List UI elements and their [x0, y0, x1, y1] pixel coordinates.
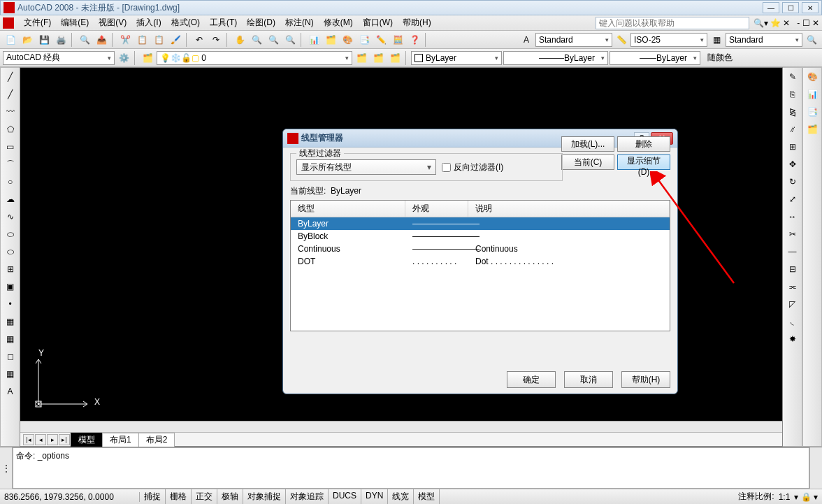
col-preview[interactable]: 外观: [405, 201, 468, 217]
ssm-shortcut-icon[interactable]: 📑: [805, 104, 820, 120]
zoom-rt-icon[interactable]: 🔍: [249, 32, 264, 48]
pline-icon[interactable]: 〰: [3, 104, 18, 120]
dimstyle-combo[interactable]: ISO-25: [630, 33, 707, 47]
anno-value[interactable]: 1:1: [779, 492, 791, 502]
layer-state-icon[interactable]: 🗂️: [370, 50, 386, 66]
polygon-icon[interactable]: ⬠: [3, 122, 18, 137]
new-icon[interactable]: 📄: [3, 32, 18, 48]
layer-manager-icon[interactable]: 🗂️: [140, 50, 155, 66]
list-row[interactable]: ByBlock ————————: [291, 230, 670, 243]
zoom-prev-icon[interactable]: 🔍: [282, 32, 298, 48]
redo-icon[interactable]: ↷: [208, 32, 224, 48]
ortho-toggle[interactable]: 正交: [192, 489, 217, 504]
help-icon[interactable]: ❓: [407, 32, 422, 48]
chamfer-icon[interactable]: ◸: [785, 296, 800, 312]
cmd-handle-icon[interactable]: ⋮: [0, 447, 13, 489]
ellipsearc-icon[interactable]: ⬭: [3, 244, 18, 259]
markup-icon[interactable]: ✏️: [373, 32, 389, 48]
textstyle-icon[interactable]: A: [519, 32, 534, 48]
ltype-combo[interactable]: ——— ByLayer: [503, 51, 608, 65]
cut-icon[interactable]: ✂️: [117, 32, 133, 48]
revcloud-icon[interactable]: ☁: [3, 192, 18, 207]
invert-filter-checkbox[interactable]: 反向过滤器(I): [442, 161, 503, 173]
dc-shortcut-icon[interactable]: 🗂️: [805, 122, 820, 137]
stretch-icon[interactable]: ↔: [785, 209, 800, 224]
spline-icon[interactable]: ∿: [3, 209, 18, 224]
undo-icon[interactable]: ↶: [192, 32, 207, 48]
current-button[interactable]: 当前(C): [561, 154, 614, 170]
status-coords[interactable]: 836.2566, 1979.3256, 0.0000: [0, 492, 140, 502]
menu-edit[interactable]: 编辑(E): [57, 15, 93, 30]
matchprop-icon[interactable]: 🖌️: [168, 32, 183, 48]
menu-window[interactable]: 窗口(W): [359, 15, 397, 30]
trim-icon[interactable]: ✂: [785, 226, 800, 242]
delete-button[interactable]: 删除: [617, 136, 670, 152]
erase-icon[interactable]: ✎: [785, 69, 800, 85]
insert-icon[interactable]: ⊞: [3, 261, 18, 277]
extend-icon[interactable]: —: [785, 244, 800, 259]
lw-combo[interactable]: —— ByLayer: [610, 51, 700, 65]
menu-help[interactable]: 帮助(H): [398, 15, 435, 30]
menu-tools[interactable]: 工具(T): [206, 15, 241, 30]
layer-iso-icon[interactable]: 🗂️: [387, 50, 403, 66]
tp-icon[interactable]: 🎨: [340, 32, 355, 48]
copy-obj-icon[interactable]: ⎘: [785, 87, 800, 102]
table-icon[interactable]: ▦: [3, 366, 18, 382]
menu-insert[interactable]: 插入(I): [132, 15, 165, 30]
lwt-toggle[interactable]: 线宽: [388, 489, 414, 504]
join-icon[interactable]: ⫘: [785, 279, 800, 294]
load-button[interactable]: 加载(L)...: [561, 136, 614, 152]
dc-icon[interactable]: 🗂️: [323, 32, 338, 48]
save-icon[interactable]: 💾: [36, 32, 52, 48]
cmd-scrollbar[interactable]: [809, 447, 822, 489]
command-text[interactable]: 命令: _options 命令:: [13, 447, 809, 489]
cancel-button[interactable]: 取消: [564, 371, 613, 388]
gradient-icon[interactable]: ▦: [3, 331, 18, 347]
linetype-list[interactable]: 线型 外观 说明 ByLayer ———————— ByBlock ——————…: [290, 200, 670, 331]
menu-dim[interactable]: 标注(N): [281, 15, 318, 30]
snap-toggle[interactable]: 捕捉: [140, 489, 166, 504]
ok-button[interactable]: 确定: [507, 371, 556, 388]
offset-icon[interactable]: ⫽: [785, 122, 800, 137]
array-icon[interactable]: ⊞: [785, 139, 800, 154]
paste-icon[interactable]: 📋: [151, 32, 166, 48]
col-name[interactable]: 线型: [291, 201, 405, 217]
gear-icon[interactable]: ⚙️: [116, 50, 131, 66]
explode-icon[interactable]: ✸: [785, 331, 800, 347]
mirror-icon[interactable]: ⧎: [785, 104, 800, 120]
h-scrollbar[interactable]: [20, 421, 782, 432]
tablestyle-icon[interactable]: ▦: [709, 32, 724, 48]
menu-format[interactable]: 格式(O): [167, 15, 204, 30]
help-button[interactable]: 帮助(H): [621, 371, 670, 388]
model-toggle[interactable]: 模型: [414, 489, 440, 504]
color-combo[interactable]: ByLayer: [411, 51, 502, 65]
layer-combo[interactable]: 💡❄️🔓▢ 0: [157, 51, 352, 65]
filter-combo[interactable]: 显示所有线型: [296, 159, 436, 175]
zoom-win-icon[interactable]: 🔍: [266, 32, 281, 48]
mtext-icon[interactable]: A: [3, 384, 18, 399]
tab-prev-icon[interactable]: ◂: [35, 434, 46, 445]
pan-icon[interactable]: ✋: [232, 32, 247, 48]
tab-layout1[interactable]: 布局1: [102, 433, 139, 447]
rotate-icon[interactable]: ↻: [785, 174, 800, 189]
block-icon[interactable]: ▣: [3, 279, 18, 294]
tab-layout2[interactable]: 布局2: [138, 433, 175, 447]
region-icon[interactable]: ◻: [3, 349, 18, 364]
menu-draw[interactable]: 绘图(D): [243, 15, 280, 30]
tab-model[interactable]: 模型: [71, 433, 103, 447]
help-search-input[interactable]: [596, 17, 749, 29]
minimize-button[interactable]: —: [763, 2, 779, 13]
workspace-combo[interactable]: AutoCAD 经典: [3, 51, 115, 65]
textstyle-combo[interactable]: Standard: [535, 33, 612, 47]
show-details-button[interactable]: 显示细节(D): [617, 154, 670, 170]
properties-icon[interactable]: 📊: [306, 32, 322, 48]
dyn-toggle[interactable]: DYN: [361, 489, 388, 504]
list-row[interactable]: Continuous ———————— Continuous: [291, 243, 670, 255]
otrack-toggle[interactable]: 对象追踪: [286, 489, 329, 504]
osnap-toggle[interactable]: 对象捕捉: [243, 489, 286, 504]
list-row[interactable]: ByLayer ————————: [291, 217, 670, 230]
tab-last-icon[interactable]: ▸|: [59, 434, 70, 445]
polar-toggle[interactable]: 极轴: [217, 489, 243, 504]
print-icon[interactable]: 🖨️: [53, 32, 68, 48]
open-icon[interactable]: 📂: [20, 32, 35, 48]
